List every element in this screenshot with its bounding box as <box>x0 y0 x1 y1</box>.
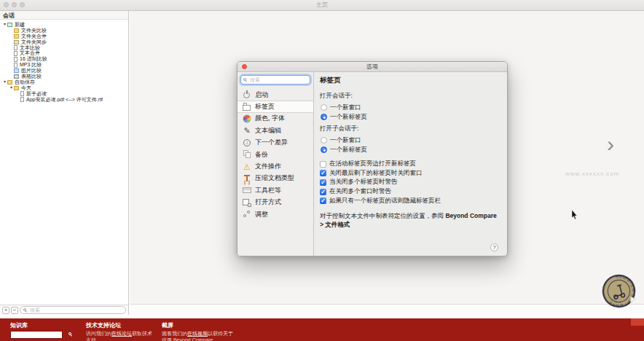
radio-groups: 打开会话于:一个新窗口一个新标签页打开子会话于:一个新窗口一个新标签页 <box>320 92 500 154</box>
screencasts-title: 截屏 <box>162 321 246 329</box>
disclosure-triangle-icon[interactable]: ▾ <box>9 85 14 90</box>
options-nav-item[interactable]: 颜色, 字体 <box>237 113 313 125</box>
tree-item[interactable]: 文件夹比较 <box>0 28 128 34</box>
dialog-body: 启动标签页颜色, 字体文本编辑下一个差异备份文件操作压缩文档类型工具栏等打开方式… <box>237 72 507 256</box>
tree-item-label: 文件夹比较 <box>20 28 47 34</box>
radio-button[interactable] <box>321 104 327 111</box>
tree-item[interactable]: 文本合并 <box>0 50 128 56</box>
power-icon <box>243 90 251 99</box>
radio-option[interactable]: 一个新标签页 <box>321 145 500 154</box>
text-line2: 使用 Beyond Compare <box>162 337 213 341</box>
options-nav-item[interactable]: 文本编辑 <box>237 125 313 136</box>
options-nav-item[interactable]: 启动 <box>237 89 313 101</box>
checkbox-option[interactable]: 如果只有一个标签页的话则隐藏标签页栏 <box>320 196 500 205</box>
radio-button[interactable] <box>321 137 327 144</box>
new-sessions-icon <box>7 23 12 27</box>
minimize-button[interactable] <box>12 2 17 7</box>
options-nav-item[interactable]: 标签页 <box>237 101 313 112</box>
radio-button[interactable] <box>321 114 327 120</box>
tree-item-label: 新手必读 <box>25 91 47 97</box>
options-nav-item[interactable]: 下一个差异 <box>237 137 313 149</box>
tree-item[interactable]: ▾今天 <box>0 85 128 91</box>
tree-item[interactable]: 16 进制比较 <box>0 56 128 62</box>
session-search-field[interactable] <box>20 306 126 314</box>
options-nav-label: 下一个差异 <box>255 138 288 147</box>
tree-item-label: 图片比较 <box>20 68 42 74</box>
next-diff-icon <box>243 138 251 147</box>
options-nav-item[interactable]: 工具栏等 <box>237 184 313 196</box>
checkbox[interactable] <box>320 161 326 168</box>
radio-label: 一个新标签页 <box>330 113 367 122</box>
options-nav-item[interactable]: 压缩文档类型 <box>237 173 313 184</box>
text-merge-icon <box>14 51 17 56</box>
tree-item[interactable]: MP3 比较 <box>0 62 128 68</box>
close-button[interactable] <box>4 2 9 7</box>
options-nav-label: 文本编辑 <box>255 126 281 136</box>
checkbox[interactable] <box>320 189 326 195</box>
window-title: 主页 <box>0 0 644 10</box>
disclosure-triangle-icon[interactable]: ▾ <box>2 22 7 27</box>
toolbars-icon <box>243 186 251 195</box>
online-forum-link[interactable]: 在线论坛 <box>111 331 132 336</box>
tree-item-label: 文本合并 <box>19 50 40 56</box>
search-icon <box>243 78 248 82</box>
session-search-input[interactable] <box>30 307 122 313</box>
checkbox[interactable] <box>320 179 326 186</box>
checkbox[interactable] <box>320 197 326 204</box>
tree-item-label: 新建 <box>14 22 25 28</box>
checkbox-list: 在活动标签页旁边打开新标签页关闭最后剩下的标签页时关闭窗口当关闭多个标签页时警告… <box>320 160 500 205</box>
help-button[interactable]: ? <box>490 243 498 251</box>
tweaks-icon <box>243 210 251 219</box>
support-forum-column: 技术支持论坛 访问我们的在线论坛获取技术支持 <box>86 321 155 341</box>
options-nav-item[interactable]: 调整 <box>237 208 313 220</box>
next-page-arrow-icon[interactable]: › <box>607 133 614 155</box>
checkbox[interactable] <box>320 170 326 176</box>
dialog-close-button[interactable] <box>242 64 247 69</box>
tree-item[interactable]: 新手必读 <box>0 91 128 97</box>
knowledge-base-column: 知识库 <box>10 321 63 339</box>
search-icon[interactable] <box>68 332 73 337</box>
options-search-field[interactable] <box>240 75 310 85</box>
options-nav-item[interactable]: 文件操作 <box>237 160 313 172</box>
options-nav-label: 启动 <box>255 90 268 100</box>
tree-item-label: 表格比较 <box>20 74 42 79</box>
tree-item[interactable]: 图片比较 <box>0 68 128 74</box>
checkbox-option[interactable]: 在活动标签页旁边打开新标签页 <box>320 160 500 169</box>
sessions-sidebar: 会话 ▾新建文件夹比较文件夹合并文件夹同步文本比较文本合并16 进制比较MP3 … <box>0 11 129 315</box>
disclosure-triangle-icon[interactable]: ▾ <box>2 79 7 85</box>
checkbox-option[interactable]: 当关闭多个标签页时警告 <box>320 178 500 187</box>
hex-compare-icon <box>14 57 17 62</box>
session-tree: ▾新建文件夹比较文件夹合并文件夹同步文本比较文本合并16 进制比较MP3 比较图… <box>0 20 128 102</box>
options-nav-label: 工具栏等 <box>255 186 281 195</box>
tree-item[interactable]: 文本比较 <box>0 45 128 51</box>
color-wheel-icon <box>243 114 251 123</box>
tree-item-label: 16 进制比较 <box>19 56 47 62</box>
radio-option[interactable]: 一个新标签页 <box>321 112 500 122</box>
tree-item[interactable]: 表格比较 <box>0 74 128 79</box>
tabs-icon <box>243 103 251 111</box>
options-nav-item[interactable]: 备份 <box>237 149 313 160</box>
tree-item[interactable]: ▾自动保存 <box>0 79 128 85</box>
info-bar: 知识库 技术支持论坛 访问我们的在线论坛获取技术支持 截屏 观看我们的在线视频以… <box>0 318 644 341</box>
checkbox-option[interactable]: 在关闭多个窗口时警告 <box>320 187 500 197</box>
tree-item[interactable]: App安装必读.pdf <--> 许可文件.rtf <box>0 97 128 103</box>
add-session-button[interactable]: + <box>2 307 9 314</box>
options-search-input[interactable] <box>250 77 307 82</box>
zoom-button[interactable] <box>20 2 25 7</box>
open-with-icon <box>243 198 251 207</box>
tree-item[interactable]: 文件夹同步 <box>0 39 128 45</box>
online-video-link[interactable]: 在线视频 <box>187 331 208 336</box>
options-nav: 启动标签页颜色, 字体文本编辑下一个差异备份文件操作压缩文档类型工具栏等打开方式… <box>237 89 313 220</box>
options-nav-label: 备份 <box>255 150 268 160</box>
radio-option[interactable]: 一个新窗口 <box>321 103 500 112</box>
radio-button[interactable] <box>321 146 327 153</box>
scooter-software-badge-icon: SCOOTER SOFTWARE <box>602 274 636 308</box>
tree-item[interactable]: 文件夹合并 <box>0 34 128 39</box>
options-nav-item[interactable]: 打开方式 <box>237 197 313 208</box>
knowledge-base-search-input[interactable] <box>10 331 63 339</box>
tree-item[interactable]: ▾新建 <box>0 22 128 28</box>
radio-option[interactable]: 一个新窗口 <box>321 136 500 145</box>
radio-label: 一个新窗口 <box>330 136 361 145</box>
remove-session-button[interactable]: − <box>11 307 18 314</box>
checkbox-option[interactable]: 关闭最后剩下的标签页时关闭窗口 <box>320 169 500 179</box>
